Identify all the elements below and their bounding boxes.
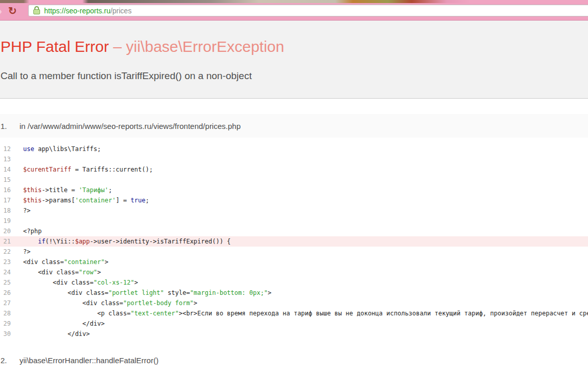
code-line: 21 if(!\Yii::$app->user->identity->isTar… [0,236,588,247]
line-content: use app\libs\Tariffs; [23,145,101,153]
code-line: 16$this->title = 'Тарифы'; [0,185,588,195]
reload-icon[interactable]: ↻ [8,4,17,18]
line-number: 30 [0,329,11,339]
line-number: 25 [0,277,11,288]
line-number: 24 [0,267,11,277]
code-line: 26 <div class="portlet light" style="mar… [0,288,588,298]
line-number: 16 [0,185,11,195]
code-line: 20<?php [0,226,588,236]
line-content: <div class="col-xs-12"> [23,279,138,286]
line-number: 18 [0,205,11,216]
line-content: <div class="portlet-body form"> [23,299,198,307]
line-content: <div class="row"> [23,269,101,276]
line-content: if(!\Yii::$app->user->identity->isTariff… [23,238,231,245]
url-path: /prices [110,7,131,15]
line-number: 26 [0,288,11,298]
line-number: 23 [0,257,11,267]
stack-index: 1. [0,122,19,130]
line-number: 17 [0,195,11,205]
code-line: 28 <p class="text-center"><br>Если во вр… [0,308,588,318]
error-exception-class: – yii\base\ErrorException [109,38,284,55]
line-number: 14 [0,164,11,175]
line-number: 27 [0,298,11,308]
line-content: </div> [23,330,90,338]
line-content: <div class="container"> [23,258,108,266]
line-content: $curentTariff = Tariffs::current(); [23,166,153,173]
stack-location: yii\base\ErrorHandler::handleFatalError(… [19,356,159,365]
line-number: 21 [0,236,11,247]
code-line: 15 [0,175,588,185]
stack-index: 2. [0,356,19,365]
url-host: https://seo-reports.ru [44,7,110,15]
code-line: 27 <div class="portlet-body form"> [0,298,588,308]
line-content: <div class="portlet light" style="margin… [23,289,271,296]
line-content: $this->title = 'Тарифы'; [23,186,112,194]
code-line: 19 [0,216,588,226]
line-number: 22 [0,247,11,257]
error-message: Call to a member function isTariffExpire… [1,70,588,82]
stack-location: in /var/www/admin/www/seo-reports.ru/vie… [19,122,241,130]
forward-icon[interactable]: › [0,4,2,18]
code-line: 14$curentTariff = Tariffs::current(); [0,164,588,175]
code-snippet: 12use app\libs\Tariffs;1314$curentTariff… [0,138,588,339]
call-stack-item-2[interactable]: 2. yii\base\ErrorHandler::handleFatalErr… [0,354,588,366]
code-line: 23<div class="container"> [0,257,588,267]
url-text[interactable]: https://seo-reports.ru/prices [44,7,131,15]
spacer [0,99,588,114]
code-line: 13 [0,154,588,164]
line-content: </div> [23,320,105,327]
line-number: 13 [0,154,11,164]
line-number: 15 [0,175,11,185]
line-number: 28 [0,308,11,318]
line-number: 29 [0,318,11,329]
code-line: 17$this->params['container'] = true; [0,195,588,205]
error-type: PHP Fatal Error [1,38,109,55]
address-bar[interactable]: https://seo-reports.ru/prices [28,5,588,16]
line-number: 12 [0,144,11,154]
code-line: 22?> [0,247,588,257]
line-content: ?> [23,207,30,214]
line-number: 20 [0,226,11,236]
line-content: $this->params['container'] = true; [23,197,149,204]
code-line: 24 <div class="row"> [0,267,588,277]
code-line: 18?> [0,205,588,216]
code-line: 25 <div class="col-xs-12"> [0,277,588,288]
line-content: ?> [23,248,30,255]
browser-toolbar: › ↻ https://seo-reports.ru/prices [0,3,588,21]
line-number: 19 [0,216,11,226]
code-line: 29 </div> [0,318,588,329]
lock-icon [33,6,40,15]
error-header: PHP Fatal Error – yii\base\ErrorExceptio… [0,21,588,99]
line-content: <p class="text-center"><br>Если во время… [23,310,588,317]
code-line: 12use app\libs\Tariffs; [0,144,588,154]
page-title: PHP Fatal Error – yii\base\ErrorExceptio… [1,38,588,55]
browser-chrome: › ↻ https://seo-reports.ru/prices [0,0,588,21]
code-line: 30 </div> [0,329,588,339]
line-content: <?php [23,228,42,235]
call-stack-item-1-header[interactable]: 1. in /var/www/admin/www/seo-reports.ru/… [0,114,588,138]
